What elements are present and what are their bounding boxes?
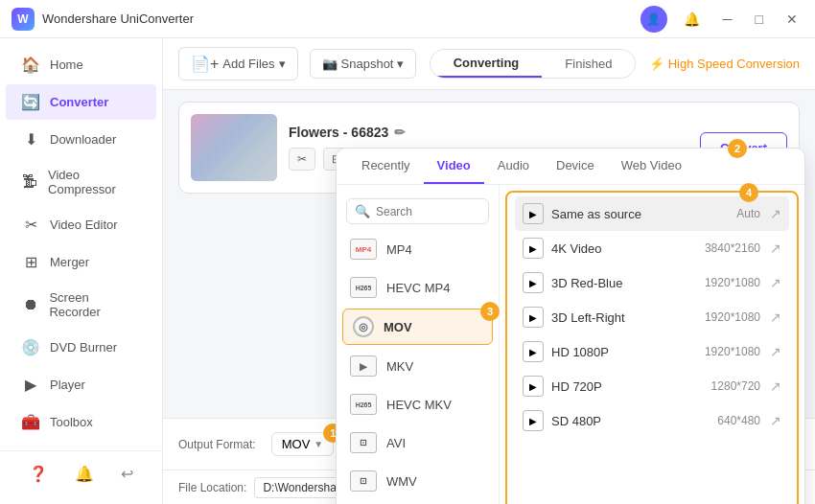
merger-icon: ⊞ [21, 253, 40, 271]
res-edit-4k[interactable]: ↗ [770, 241, 781, 256]
format-item-hevc-mkv[interactable]: H265 HEVC MKV [337, 385, 499, 424]
tab-web-video[interactable]: Web Video [608, 149, 695, 184]
sidebar-item-video-compressor[interactable]: 🗜 Video Compressor [6, 159, 156, 205]
format-value-text: MOV [282, 437, 311, 451]
dropdown-arrow-icon: ▼ [314, 439, 323, 449]
tab-finished[interactable]: Finished [542, 50, 635, 78]
resolution-hd-720p[interactable]: ▶ HD 720P 1280*720 ↗ [515, 369, 789, 403]
mov-icon: ◎ [353, 316, 374, 337]
format-item-mkv[interactable]: ▶ MKV [337, 347, 499, 385]
titlebar-controls: 👤 🔔 ─ □ ✕ [640, 6, 803, 33]
res-name-3dlr: 3D Left-Right [551, 310, 625, 325]
res-left-1080p: ▶ HD 1080P [523, 341, 609, 362]
bell-icon[interactable]: 🔔 [679, 6, 706, 33]
avatar-icon[interactable]: 👤 [640, 6, 667, 33]
sidebar-item-merger[interactable]: ⊞ Merger [6, 244, 156, 280]
sidebar-item-downloader[interactable]: ⬇ Downloader [6, 122, 156, 157]
res-left-480p: ▶ SD 480P [523, 410, 601, 431]
maximize-button[interactable]: □ [750, 8, 769, 31]
format-search-input[interactable] [376, 205, 480, 218]
res-name-same: Same as source [551, 207, 641, 221]
add-files-icon: 📄+ [191, 55, 219, 73]
add-files-label: Add Files [222, 57, 274, 71]
res-value-same: Auto [736, 207, 760, 220]
format-item-avi[interactable]: ⊡ AVI [337, 424, 499, 462]
res-edit-1080p[interactable]: ↗ [770, 344, 781, 359]
sidebar-item-home[interactable]: 🏠 Home [6, 47, 156, 82]
res-value-3drb: 1920*1080 [705, 276, 760, 289]
notification-icon[interactable]: 🔔 [75, 465, 94, 483]
res-edit-3dlr[interactable]: ↗ [770, 309, 781, 325]
res-icon-1080p: ▶ [523, 341, 544, 362]
dvd-burner-icon: 💿 [21, 338, 40, 356]
tab-group: Converting Finished [430, 49, 637, 79]
res-edit-720p[interactable]: ↗ [770, 378, 781, 394]
toolbox-icon: 🧰 [21, 413, 40, 431]
mov-label: MOV [384, 320, 412, 334]
res-name-720p: HD 720P [551, 379, 602, 394]
format-item-mp4[interactable]: MP4 MP4 [337, 230, 499, 268]
snapshot-label: Snapshot [341, 57, 394, 71]
format-item-wmv[interactable]: ⊡ WMV [337, 462, 499, 500]
res-left-3dlr: ▶ 3D Left-Right [523, 307, 625, 328]
resolution-hd-1080p[interactable]: ▶ HD 1080P 1920*1080 ↗ [515, 334, 789, 369]
sidebar-item-converter[interactable]: 🔄 Converter [6, 84, 156, 120]
format-item-mkv2[interactable]: ▶ MKV [337, 500, 499, 504]
resolution-3d-red-blue[interactable]: ▶ 3D Red-Blue 1920*1080 ↗ [515, 265, 789, 300]
high-speed-button[interactable]: ⚡ High Speed Conversion [649, 57, 800, 71]
add-files-button[interactable]: 📄+ Add Files ▾ [178, 47, 298, 80]
close-button[interactable]: ✕ [780, 8, 803, 31]
search-icon: 🔍 [355, 204, 370, 218]
format-popup: 2 Recently Video Audio Device Web Video … [336, 148, 805, 504]
help-icon[interactable]: ❓ [29, 465, 48, 483]
res-name-3drb: 3D Red-Blue [551, 276, 622, 290]
sidebar-label-video-compressor: Video Compressor [48, 168, 141, 196]
sidebar-item-player[interactable]: ▶ Player [6, 367, 156, 402]
thumbnail-image [191, 114, 277, 181]
sidebar-item-video-editor[interactable]: ✂ Video Editor [6, 207, 156, 242]
sidebar-label-video-editor: Video Editor [50, 218, 118, 232]
video-edit-icon[interactable]: ✏ [394, 125, 406, 140]
tab-recently[interactable]: Recently [348, 149, 424, 184]
res-value-4k: 3840*2160 [705, 241, 760, 255]
wmv-label: WMV [386, 474, 417, 489]
tab-video[interactable]: Video [424, 149, 484, 184]
sidebar-label-dvd-burner: DVD Burner [50, 340, 117, 355]
mp4-icon: MP4 [350, 239, 377, 260]
res-edit-3drb[interactable]: ↗ [770, 275, 781, 290]
mkv-icon: ▶ [350, 355, 377, 377]
minimize-button[interactable]: ─ [717, 8, 738, 31]
sidebar-item-dvd-burner[interactable]: 💿 DVD Burner [6, 330, 156, 365]
res-name-1080p: HD 1080P [551, 345, 609, 359]
sidebar-label-toolbox: Toolbox [50, 415, 93, 429]
snapshot-icon: 📷 [322, 57, 338, 71]
snapshot-button[interactable]: 📷 Snapshot ▾ [310, 49, 417, 79]
history-icon[interactable]: ↩ [121, 465, 133, 483]
video-area: Flowers - 66823 ✏ ✂ ⊞ Convert 2 Recently… [163, 90, 815, 418]
resolution-3d-left-right[interactable]: ▶ 3D Left-Right 1920*1080 ↗ [515, 300, 789, 334]
tab-audio[interactable]: Audio [484, 149, 543, 184]
tab-device[interactable]: Device [543, 149, 608, 184]
file-location-label: File Location: [178, 481, 246, 494]
app-icon: W [12, 8, 35, 31]
res-edit-same[interactable]: ↗ [770, 206, 781, 221]
res-edit-480p[interactable]: ↗ [770, 413, 781, 428]
badge-4: 4 [739, 183, 758, 202]
sidebar-label-player: Player [50, 378, 85, 392]
resolution-4k[interactable]: ▶ 4K Video 3840*2160 ↗ [515, 231, 789, 265]
format-list: 🔍 MP4 MP4 H265 HEVC MP4 [337, 185, 500, 504]
res-icon-480p: ▶ [523, 410, 544, 431]
high-speed-label: High Speed Conversion [668, 57, 800, 71]
sidebar-item-toolbox[interactable]: 🧰 Toolbox [6, 404, 156, 440]
format-item-mov[interactable]: 3 ◎ MOV [342, 309, 493, 345]
format-item-hevc-mp4[interactable]: H265 HEVC MP4 [337, 268, 499, 307]
converter-icon: 🔄 [21, 93, 40, 111]
format-select-dropdown[interactable]: 1 MOV ▼ [271, 432, 335, 456]
video-cut-button[interactable]: ✂ [289, 148, 315, 171]
sidebar-item-screen-recorder[interactable]: ⏺ Screen Recorder [6, 282, 156, 328]
res-value-480p: 640*480 [717, 414, 760, 427]
badge-3: 3 [480, 302, 500, 321]
main-layout: 🏠 Home 🔄 Converter ⬇ Downloader 🗜 Video … [0, 38, 815, 504]
tab-converting[interactable]: Converting [431, 50, 543, 78]
resolution-sd-480p[interactable]: ▶ SD 480P 640*480 ↗ [515, 403, 789, 438]
